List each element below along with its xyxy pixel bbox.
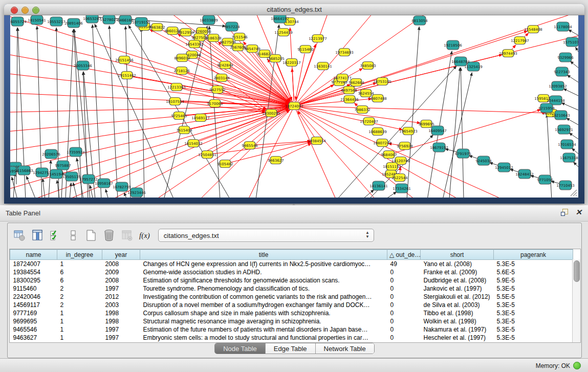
graph-node-teal[interactable]: 14136141: [369, 181, 388, 190]
network-canvas[interactable]: 1872400775155467463822886012889129542226…: [10, 15, 578, 198]
graph-edge[interactable]: [95, 24, 174, 198]
graph-edge[interactable]: [10, 106, 294, 113]
graph-node-teal[interactable]: 16033809: [200, 15, 218, 25]
graph-node-yellow[interactable]: 2803144: [213, 74, 230, 82]
table-cell[interactable]: 1997: [102, 285, 140, 293]
graph-node-teal[interactable]: 15692971: [555, 125, 573, 134]
graph-node-yellow[interactable]: 9115460: [297, 46, 313, 53]
memory-status-indicator[interactable]: [573, 362, 581, 369]
graph-edge[interactable]: [547, 114, 552, 198]
graph-edge[interactable]: [212, 142, 311, 154]
table-cell[interactable]: Dudbridge et al. (2008): [421, 276, 494, 285]
graph-node-teal[interactable]: 8813054: [411, 16, 428, 25]
graph-node-yellow[interactable]: 7615404: [176, 126, 192, 134]
graph-edge[interactable]: [569, 133, 578, 140]
table-cell[interactable]: 2012: [102, 293, 140, 301]
table-cell[interactable]: Genome-wide association studies in ADHD.: [140, 268, 387, 276]
graph-node-teal[interactable]: 12945012: [495, 163, 513, 172]
graph-node-teal[interactable]: 15278021: [100, 15, 118, 24]
graph-node-yellow[interactable]: 18107554: [166, 98, 184, 105]
table-row[interactable]: 1872400712008Changes of HCN gene express…: [10, 260, 573, 269]
table-cell[interactable]: 9463627: [10, 334, 57, 342]
graph-node-teal[interactable]: 9771056: [537, 175, 553, 184]
graph-node-yellow[interactable]: 8912954: [178, 29, 194, 36]
graph-node-yellow[interactable]: 10974493: [499, 50, 517, 57]
close-panel-icon[interactable]: ✕: [575, 209, 582, 216]
table-cell[interactable]: 2: [57, 301, 102, 309]
graph-node-yellow[interactable]: 19384554: [308, 137, 326, 145]
table-row[interactable]: 1456911722003Disruption of a novel membe…: [10, 301, 573, 309]
table-row[interactable]: 1938455462009Genome-wide association stu…: [10, 268, 573, 276]
graph-node-yellow[interactable]: 11548408: [524, 26, 542, 33]
graph-node-teal[interactable]: 9975887: [55, 161, 71, 170]
table-cell[interactable]: 1: [57, 317, 102, 325]
graph-edge[interactable]: [57, 180, 59, 198]
graph-node-teal[interactable]: 6791975: [455, 149, 471, 158]
graph-edge[interactable]: [10, 106, 294, 174]
table-cell[interactable]: 0: [387, 301, 421, 309]
table-cell[interactable]: 5.3E-5: [494, 260, 573, 269]
table-row[interactable]: 969969511998Structural magnetic resonanc…: [10, 317, 573, 325]
graph-node-yellow[interactable]: 7151546: [231, 33, 248, 41]
table-options-icon[interactable]: [13, 229, 26, 242]
graph-edge[interactable]: [570, 61, 578, 69]
graph-edge[interactable]: [299, 31, 528, 105]
graph-node-yellow[interactable]: 19734693: [335, 49, 354, 56]
graph-edge[interactable]: [407, 27, 419, 198]
table-cell[interactable]: 14569117: [10, 301, 57, 309]
graph-node-yellow[interactable]: 9105482: [217, 160, 233, 168]
citation-network-graph[interactable]: 1872400775155467463822886012889129542226…: [10, 15, 578, 198]
graph-node-yellow[interactable]: 18807249: [373, 139, 391, 147]
graph-node-yellow[interactable]: 9684067: [381, 151, 397, 159]
table-cell[interactable]: Franke et al. (2009): [421, 268, 494, 276]
window-titlebar[interactable]: citations_edges.txt: [4, 4, 584, 15]
select-all-icon[interactable]: [49, 229, 62, 242]
table-row[interactable]: 911546021997Tourette syndrome. Phenomeno…: [10, 285, 573, 293]
graph-edge[interactable]: [141, 28, 144, 198]
graph-edge[interactable]: [363, 190, 374, 198]
graph-node-teal[interactable]: 17359924: [67, 147, 85, 157]
graph-node-teal[interactable]: 20053346: [74, 61, 92, 70]
graph-node-teal[interactable]: 7857224: [224, 22, 240, 31]
graph-edge[interactable]: [294, 31, 578, 106]
graph-node-yellow[interactable]: 12213977: [309, 35, 327, 42]
graph-edge[interactable]: [129, 61, 289, 104]
graph-edge[interactable]: [16, 28, 17, 184]
graph-edge[interactable]: [42, 179, 45, 198]
table-cell[interactable]: Structural magnetic resonance image aver…: [140, 317, 387, 325]
graph-edge[interactable]: [10, 106, 294, 133]
graph-node-yellow[interactable]: 19654923: [399, 127, 418, 135]
table-cell[interactable]: 1: [57, 334, 102, 342]
table-cell[interactable]: 5.6E-5: [494, 268, 573, 276]
new-table-icon[interactable]: [84, 229, 98, 242]
graph-node-yellow[interactable]: 9725465: [171, 112, 187, 120]
table-cell[interactable]: 1998: [102, 317, 140, 325]
graph-node-yellow[interactable]: 21364436: [340, 96, 359, 103]
table-cell[interactable]: 5.3E-5: [494, 325, 573, 334]
column-header-out-de-[interactable]: △ out_de…: [387, 250, 421, 260]
table-cell[interactable]: 6: [57, 276, 102, 285]
graph-node-yellow[interactable]: 12217987: [511, 37, 529, 45]
graph-node-yellow[interactable]: 10688639: [368, 128, 387, 136]
tab-edge-table[interactable]: Edge Table: [265, 343, 315, 354]
table-cell[interactable]: Corpus callosum shape and size in male p…: [140, 309, 387, 317]
graph-edge[interactable]: [93, 25, 101, 198]
graph-node-teal[interactable]: 16782759: [113, 182, 131, 191]
function-builder-icon[interactable]: f(x): [139, 231, 150, 240]
selection-column-icon[interactable]: [67, 229, 80, 242]
graph-node-yellow[interactable]: 19151462: [118, 72, 136, 79]
table-cell[interactable]: Investigating the contribution of common…: [140, 293, 387, 301]
table-cell[interactable]: 18300295: [10, 276, 57, 285]
graph-edge[interactable]: [294, 106, 537, 198]
graph-edge[interactable]: [70, 183, 71, 198]
table-cell[interactable]: 5.3E-5: [494, 309, 573, 317]
table-scrollbar[interactable]: [572, 259, 580, 342]
table-cell[interactable]: 49: [387, 260, 421, 269]
graph-edge[interactable]: [386, 192, 397, 198]
graph-node-teal[interactable]: 10553217: [47, 17, 66, 26]
graph-edge[interactable]: [49, 160, 51, 198]
column-header-year[interactable]: year: [102, 250, 140, 260]
table-cell[interactable]: 5.3E-5: [494, 317, 573, 325]
table-cell[interactable]: Disruption of a novel member of a sodium…: [140, 301, 387, 309]
table-cell[interactable]: de Silva et al. (2003): [421, 301, 494, 309]
